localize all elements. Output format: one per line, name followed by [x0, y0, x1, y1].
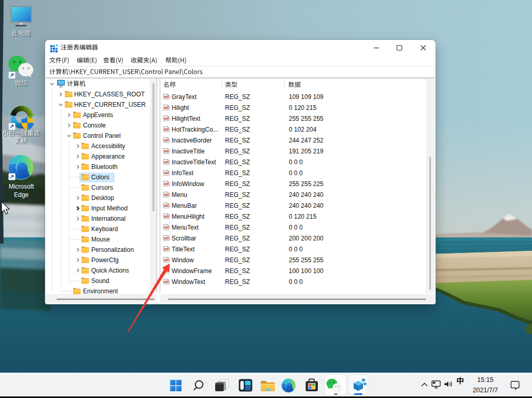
svg-text:ab: ab [164, 149, 169, 153]
svg-text:ab: ab [164, 236, 169, 240]
svg-text:ab: ab [164, 181, 169, 186]
svg-text:ab: ab [164, 203, 169, 208]
svg-text:ab: ab [164, 258, 169, 262]
svg-text:ab: ab [164, 170, 169, 175]
svg-text:ab: ab [164, 192, 169, 197]
svg-text:ab: ab [164, 225, 169, 230]
svg-text:ab: ab [164, 138, 169, 143]
svg-text:ab: ab [164, 214, 169, 219]
svg-text:ab: ab [164, 247, 169, 251]
svg-text:ab: ab [164, 160, 169, 164]
svg-text:ab: ab [164, 94, 169, 99]
svg-text:ab: ab [164, 279, 169, 284]
svg-text:ab: ab [164, 127, 169, 132]
svg-text:ab: ab [164, 116, 169, 121]
svg-text:ab: ab [164, 105, 169, 110]
